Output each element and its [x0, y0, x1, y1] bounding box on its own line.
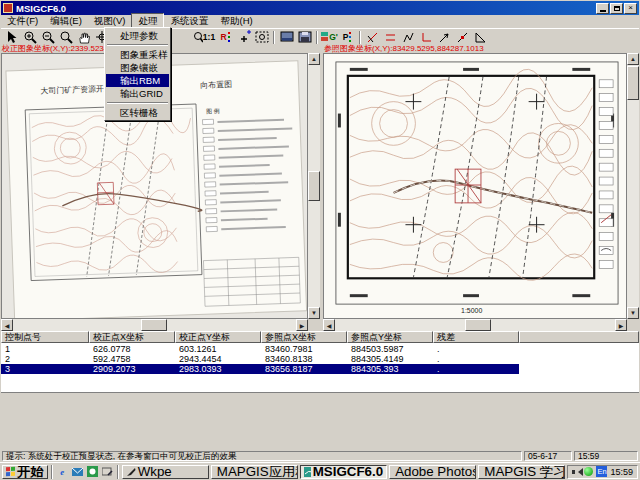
scroll-down-icon[interactable]: ▼ — [308, 307, 320, 319]
msigcf-icon — [304, 467, 311, 477]
image-display-icon[interactable] — [278, 30, 295, 45]
title-bar[interactable]: MSIGCF6.0 × — [1, 1, 639, 15]
reference-coord-readout: 参照图象坐标(X,Y):83429.5295,884287.1013 — [323, 44, 639, 53]
taskbar-separator — [51, 465, 53, 479]
table-row-selected[interactable]: 3 2909.2073 2983.0393 83656.8187 884305.… — [1, 364, 519, 374]
grid-overlay-icon[interactable]: G' — [321, 30, 338, 45]
corner-line-icon[interactable] — [418, 30, 435, 45]
status-hint: 提示: 系统处于校正预显状态, 在参考窗口中可见校正后的效果 — [2, 451, 522, 461]
menu-help[interactable]: 帮助(H) — [214, 14, 258, 29]
scroll-right-icon[interactable]: ▶ — [615, 319, 627, 331]
zoom-out-icon[interactable] — [39, 30, 56, 45]
palette-icon[interactable]: P — [339, 30, 356, 45]
right-horizontal-scrollbar[interactable]: ◀ ▶ — [323, 319, 627, 331]
scroll-left-icon[interactable]: ◀ — [1, 319, 13, 331]
rgb-channels-icon[interactable]: R — [217, 30, 234, 45]
zoom-in-icon[interactable] — [21, 30, 38, 45]
window-title: MSIGCF6.0 — [16, 3, 595, 14]
left-horizontal-scrollbar[interactable]: ◀ ▶ — [1, 319, 308, 331]
speaker-icon[interactable] — [572, 467, 581, 476]
status-bar: 提示: 系统处于校正预显状态, 在参考窗口中可见校正后的效果 05-6-17 1… — [1, 450, 639, 462]
taskbar-clock[interactable]: 15:59 — [610, 467, 633, 477]
scroll-right-icon[interactable]: ▶ — [296, 319, 308, 331]
process-menu-dropdown: 处理参数 图象重采样 图象镶嵌 输出RBM 输出GRID 区转栅格 — [104, 27, 171, 121]
status-ball-icon[interactable] — [584, 467, 593, 476]
line-node-icon[interactable] — [454, 30, 471, 45]
menu-item-export-rbm[interactable]: 输出RBM — [106, 74, 169, 87]
ie-icon[interactable]: e — [56, 465, 69, 478]
pan-hand-icon[interactable] — [75, 30, 92, 45]
column-header[interactable]: 校正点Y坐标 — [175, 331, 261, 343]
system-tray: En 15:59 — [567, 465, 638, 479]
menu-item-export-grid[interactable]: 输出GRID — [106, 87, 169, 100]
scroll-up-icon[interactable]: ▲ — [308, 53, 320, 65]
channels-icon[interactable] — [86, 465, 99, 478]
input-method-indicator[interactable]: En — [596, 466, 607, 477]
column-header[interactable]: 参照点Y坐标 — [347, 331, 433, 343]
menu-file[interactable]: 文件(F) — [1, 14, 44, 29]
column-header[interactable]: 控制点号 — [1, 331, 89, 343]
task-mapgis-notes[interactable]: MAPGIS 学习笔记 -... — [478, 465, 565, 479]
toolbar-separator — [273, 31, 275, 44]
app-icon — [3, 3, 13, 13]
outlook-icon[interactable] — [71, 465, 84, 478]
menu-item-process-params[interactable]: 处理参数 — [106, 29, 169, 42]
column-header[interactable]: 残差 — [433, 331, 519, 343]
windows-logo-icon — [6, 467, 15, 477]
right-vertical-scrollbar[interactable]: ▲ ▼ — [627, 53, 639, 319]
right-map-scale: 1:5000 — [461, 307, 482, 314]
taskbar-separator — [117, 465, 119, 479]
app-window: MSIGCF6.0 × 文件(F) 编辑(E) 视图(V) 处理 系统设置 帮助… — [0, 0, 640, 480]
diagonal-arrow-icon[interactable] — [436, 30, 453, 45]
parallel-lines-icon[interactable] — [382, 30, 399, 45]
toolbar: 1:1 R G' P — [1, 28, 639, 45]
reference-image-panel: 参照图象坐标(X,Y):83429.5295,884287.1013 — [323, 44, 639, 331]
image-save-icon[interactable] — [296, 30, 313, 45]
menu-separator — [107, 102, 168, 104]
marquee-select-icon[interactable] — [253, 30, 270, 45]
menu-edit[interactable]: 编辑(E) — [44, 14, 88, 29]
column-header[interactable]: 参照点X坐标 — [261, 331, 347, 343]
column-header[interactable]: 校正点X坐标 — [89, 331, 175, 343]
taskbar: 开始 e Wkpe MAPGIS应用程序主菜单 MSIGCF6.0 Adobe … — [0, 462, 640, 480]
scroll-left-icon[interactable]: ◀ — [323, 319, 335, 331]
status-time: 15:59 — [574, 451, 638, 461]
task-msigcf[interactable]: MSIGCF6.0 — [300, 465, 387, 479]
restore-button[interactable] — [610, 3, 623, 14]
table-row[interactable]: 1 626.0778 603.1261 83460.7981 884503.59… — [1, 344, 519, 354]
task-mapgis-main-menu[interactable]: MAPGIS应用程序主菜单 — [211, 465, 298, 479]
menu-item-region-to-raster[interactable]: 区转栅格 — [106, 106, 169, 119]
status-date: 05-6-17 — [524, 451, 572, 461]
close-button[interactable]: × — [624, 3, 637, 14]
start-button[interactable]: 开始 — [2, 465, 48, 479]
select-arrow-icon[interactable] — [3, 30, 20, 45]
toolbar-separator — [359, 31, 361, 44]
magnifier-icon[interactable] — [57, 30, 74, 45]
column-header — [519, 331, 639, 343]
left-vertical-scrollbar[interactable]: ▲ ▼ — [308, 53, 320, 319]
task-photoshop[interactable]: Adobe Photoshop — [389, 465, 476, 479]
menu-separator — [107, 44, 168, 46]
scroll-up-icon[interactable]: ▲ — [627, 53, 639, 65]
diagonal-cross-lines-icon[interactable] — [364, 30, 381, 45]
menu-item-resample[interactable]: 图象重采样 — [106, 48, 169, 61]
show-desktop-icon[interactable] — [101, 465, 114, 478]
table-row[interactable]: 2 592.4758 2943.4454 83460.8138 884305.4… — [1, 354, 519, 364]
add-point-icon[interactable] — [235, 30, 252, 45]
menu-item-mosaic[interactable]: 图象镶嵌 — [106, 61, 169, 74]
left-map-title-right: 向布置图 — [200, 80, 232, 90]
scroll-down-icon[interactable]: ▼ — [627, 307, 639, 319]
zigzag-line-icon[interactable] — [400, 30, 417, 45]
menu-bar: 文件(F) 编辑(E) 视图(V) 处理 系统设置 帮助(H) — [1, 15, 639, 28]
menu-system-settings[interactable]: 系统设置 — [164, 14, 214, 29]
minimize-button[interactable] — [596, 3, 609, 14]
task-wkpe[interactable]: Wkpe — [122, 465, 209, 479]
brush-icon — [126, 467, 136, 477]
triangle-outline-icon[interactable] — [472, 30, 489, 45]
reference-map-canvas[interactable]: 1:5000 — [323, 53, 627, 319]
control-point-table: 控制点号 校正点X坐标 校正点Y坐标 参照点X坐标 参照点Y坐标 残差 1 62… — [1, 331, 639, 392]
toolbar-separator — [316, 31, 318, 44]
zoom-1-1-icon[interactable]: 1:1 — [192, 30, 216, 45]
empty-client-area — [1, 392, 639, 450]
